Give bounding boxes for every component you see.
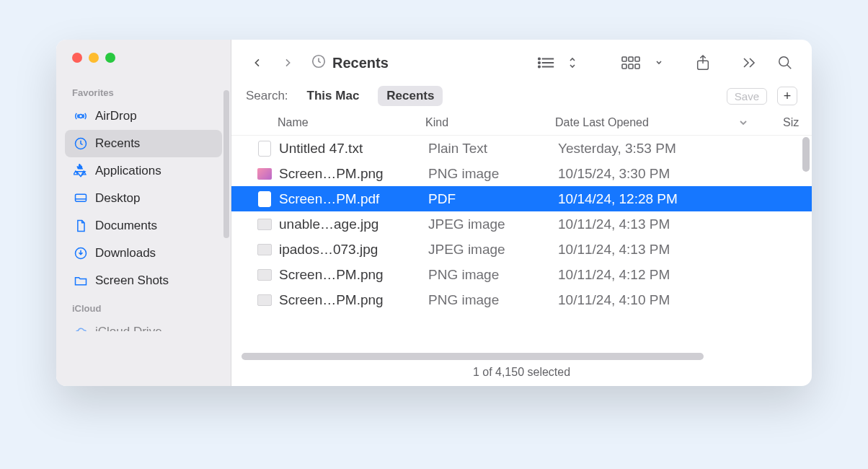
main-panel: Recents: [231, 40, 812, 386]
svg-rect-8: [622, 57, 626, 61]
back-button[interactable]: [246, 51, 269, 74]
sidebar-section-icloud-label: iCloud: [56, 294, 231, 318]
download-icon: [74, 246, 88, 260]
file-icon: [256, 241, 273, 258]
cloud-icon: [74, 325, 88, 331]
sidebar-item-airdrop[interactable]: AirDrop: [65, 102, 222, 130]
file-kind: PNG image: [428, 292, 558, 308]
sidebar-item-label: Recents: [95, 136, 140, 151]
file-icon: [256, 292, 273, 309]
file-kind: PNG image: [428, 267, 558, 283]
chevron-down-icon: [738, 118, 748, 131]
file-row[interactable]: unable…age.jpgJPEG image10/11/24, 4:13 P…: [231, 211, 812, 237]
window-title: Recents: [332, 55, 389, 71]
search-label: Search:: [246, 89, 288, 103]
search-scope-bar: Search: This Mac Recents Save +: [231, 77, 812, 113]
close-window-button[interactable]: [72, 53, 82, 63]
file-name: Screen…PM.png: [279, 267, 428, 283]
svg-rect-12: [629, 64, 633, 69]
file-date: 10/14/24, 12:28 PM: [558, 191, 812, 207]
column-headers: Name Kind Date Last Opened Siz: [231, 113, 812, 136]
file-row[interactable]: Screen…PM.pngPNG image10/11/24, 4:10 PM: [231, 287, 812, 312]
desktop-icon: [74, 191, 88, 206]
file-kind: Plain Text: [428, 141, 558, 157]
file-row[interactable]: Screen…PM.pngPNG image10/15/24, 3:30 PM: [231, 161, 812, 186]
file-name: ipados…073.jpg: [279, 242, 428, 258]
file-date: 10/11/24, 4:10 PM: [558, 292, 812, 308]
file-name: unable…age.jpg: [279, 216, 428, 232]
sidebar-item-applications[interactable]: Applications: [65, 157, 222, 185]
sidebar-item-icloud-drive[interactable]: iCloud Drive: [65, 318, 222, 331]
svg-rect-11: [622, 64, 626, 69]
svg-point-6: [539, 62, 541, 64]
svg-rect-9: [629, 57, 633, 61]
sidebar-item-label: Downloads: [95, 246, 156, 260]
column-header-size[interactable]: Siz: [783, 116, 812, 129]
svg-rect-10: [635, 57, 639, 61]
view-list-button[interactable]: [533, 51, 561, 74]
file-row[interactable]: Untitled 47.txtPlain TextYesterday, 3:53…: [231, 136, 812, 161]
sidebar-icloud-list: iCloud Drive: [56, 318, 231, 331]
file-icon: [256, 266, 273, 284]
sidebar-item-downloads[interactable]: Downloads: [65, 240, 222, 267]
sidebar-item-documents[interactable]: Documents: [65, 212, 222, 240]
file-date: Yesterday, 3:53 PM: [558, 141, 812, 157]
sidebar-item-label: Desktop: [95, 191, 140, 206]
sidebar-item-desktop[interactable]: Desktop: [65, 185, 222, 212]
file-icon: [256, 165, 273, 183]
zoom-window-button[interactable]: [105, 53, 115, 63]
sidebar-item-label: AirDrop: [95, 109, 137, 123]
file-row[interactable]: Screen…PM.pdfPDF10/14/24, 12:28 PM: [231, 186, 812, 211]
file-date: 10/11/24, 4:12 PM: [558, 267, 812, 283]
file-kind: JPEG image: [428, 242, 558, 258]
scope-recents[interactable]: Recents: [378, 86, 443, 106]
file-date: 10/11/24, 4:13 PM: [558, 242, 812, 258]
add-criteria-button[interactable]: +: [777, 87, 797, 105]
view-switcher-caret[interactable]: [564, 51, 581, 74]
column-header-name[interactable]: Name: [278, 116, 425, 129]
horizontal-scrollbar[interactable]: [242, 353, 704, 360]
share-button[interactable]: [691, 51, 715, 74]
file-date: 10/11/24, 4:13 PM: [558, 216, 812, 232]
group-button[interactable]: [617, 51, 646, 74]
group-caret[interactable]: [650, 51, 668, 74]
vertical-scrollbar[interactable]: [802, 137, 810, 172]
document-icon: [74, 219, 88, 233]
apps-icon: [74, 164, 88, 178]
toolbar: Recents: [231, 40, 812, 77]
folder-icon: [74, 273, 88, 288]
airdrop-icon: [74, 109, 88, 123]
svg-point-15: [779, 57, 789, 66]
column-header-date[interactable]: Date Last Opened: [555, 116, 783, 129]
save-search-button[interactable]: Save: [727, 88, 767, 105]
column-header-date-label: Date Last Opened: [555, 116, 649, 128]
forward-button[interactable]: [276, 51, 299, 74]
file-name: Screen…PM.pdf: [279, 191, 428, 207]
file-name: Screen…PM.png: [279, 166, 428, 182]
search-button[interactable]: [773, 51, 797, 74]
svg-point-7: [539, 66, 541, 68]
minimize-window-button[interactable]: [89, 53, 99, 63]
file-kind: PNG image: [428, 166, 558, 182]
sidebar-item-recents[interactable]: Recents: [65, 130, 222, 157]
scope-this-mac[interactable]: This Mac: [298, 86, 368, 106]
file-list: Untitled 47.txtPlain TextYesterday, 3:53…: [231, 136, 812, 349]
clock-icon: [311, 53, 327, 72]
file-kind: PDF: [428, 191, 558, 207]
file-date: 10/15/24, 3:30 PM: [558, 166, 812, 182]
file-row[interactable]: Screen…PM.pngPNG image10/11/24, 4:12 PM: [231, 262, 812, 287]
sidebar-item-label: Applications: [95, 164, 161, 178]
sidebar-scrollbar[interactable]: [223, 90, 229, 238]
column-header-kind[interactable]: Kind: [425, 116, 555, 129]
traffic-lights: [56, 40, 231, 79]
svg-rect-13: [635, 64, 639, 69]
file-name: Untitled 47.txt: [279, 141, 428, 157]
overflow-button[interactable]: [737, 51, 761, 74]
status-bar: 1 of 4,150 selected: [231, 360, 812, 386]
sidebar-section-favorites-label: Favorites: [56, 79, 231, 102]
file-icon: [256, 216, 273, 233]
file-row[interactable]: ipados…073.jpgJPEG image10/11/24, 4:13 P…: [231, 237, 812, 262]
clock-icon: [74, 136, 88, 151]
sidebar-item-screenshots[interactable]: Screen Shots: [65, 267, 222, 294]
svg-point-0: [79, 115, 83, 118]
